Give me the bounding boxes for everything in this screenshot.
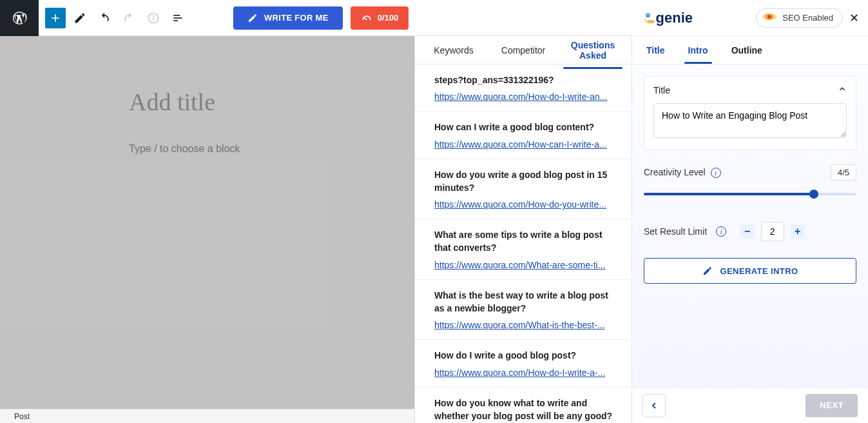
tab-questions-asked[interactable]: Questions Asked [558, 32, 628, 68]
svg-point-2 [153, 15, 154, 16]
genie-brand-text: genie [656, 10, 693, 26]
question-text: What is the best way to write a blog pos… [434, 289, 619, 315]
close-panel-button[interactable]: ✕ [849, 11, 859, 25]
question-link[interactable]: https://www.quora.com/How-can-I-write-a.… [434, 139, 619, 150]
write-for-me-label: WRITE FOR ME [264, 13, 329, 23]
generate-intro-button[interactable]: GENERATE INTRO [644, 258, 856, 284]
subtab-title[interactable]: Title [645, 37, 666, 63]
subtab-outline[interactable]: Outline [730, 37, 764, 63]
generate-intro-label: GENERATE INTRO [720, 266, 798, 276]
seo-enabled-pill[interactable]: SEO Enabled [756, 8, 843, 28]
question-link[interactable]: https://www.quora.com/How-do-I-write-a-.… [434, 368, 619, 378]
question-text: How do you know what to write and whethe… [434, 397, 619, 423]
back-button[interactable] [642, 394, 666, 417]
title-section-label: Title [653, 85, 670, 95]
svg-point-8 [646, 13, 650, 17]
svg-rect-5 [173, 20, 178, 21]
question-text: How do I write a good blog post? [434, 349, 619, 362]
info-button[interactable] [143, 8, 164, 28]
editor-dim-overlay [0, 36, 414, 423]
write-for-me-button[interactable]: WRITE FOR ME [233, 6, 343, 30]
question-item: How do you write a good blog post in 15 … [415, 159, 632, 220]
question-text: How do you write a good blog post in 15 … [434, 168, 619, 195]
question-item: How can I write a good blog content?http… [415, 112, 632, 159]
tab-keywords[interactable]: Keywords [419, 37, 488, 63]
question-link[interactable]: https://www.quora.com/How-do-you-write..… [434, 199, 619, 210]
redo-button[interactable] [119, 8, 139, 28]
question-item: How do you know what to write and whethe… [415, 388, 632, 423]
edit-mode-button[interactable] [70, 8, 90, 28]
question-text: steps?top_ans=331322196? [434, 74, 619, 86]
genie-logo: genie [641, 8, 693, 28]
question-link[interactable]: https://www.quora.com/How-do-I-write-an.… [434, 92, 619, 102]
svg-rect-4 [173, 17, 182, 19]
question-text: How can I write a good blog content? [434, 121, 619, 133]
result-limit-label: Set Result Limit [644, 226, 707, 237]
seo-score-button[interactable]: 0/100 [351, 6, 409, 30]
undo-button[interactable] [94, 8, 115, 28]
svg-point-9 [647, 14, 648, 15]
seo-enabled-label: SEO Enabled [782, 13, 833, 23]
info-icon[interactable]: i [711, 168, 721, 178]
tab-competitor[interactable]: Competitor [488, 37, 558, 63]
title-input[interactable] [653, 103, 847, 138]
svg-rect-3 [173, 15, 180, 16]
title-card-header[interactable]: Title [644, 77, 856, 103]
svg-point-10 [648, 14, 649, 15]
add-block-button[interactable] [45, 8, 66, 28]
svg-point-7 [646, 19, 655, 23]
svg-point-13 [768, 15, 771, 19]
creativity-label: Creativity Level [644, 167, 706, 177]
question-item: How do I write a good blog post?https://… [415, 340, 632, 387]
question-item: What is the best way to write a blog pos… [415, 280, 632, 340]
wordpress-logo[interactable] [0, 0, 39, 36]
outline-button[interactable] [168, 8, 188, 28]
creativity-slider[interactable] [644, 190, 856, 199]
question-link[interactable]: https://www.quora.com/What-are-some-ti..… [434, 260, 619, 270]
title-card: Title [644, 76, 856, 150]
question-item: steps?top_ans=331322196?https://www.quor… [415, 64, 632, 112]
chevron-up-icon [838, 84, 847, 95]
seo-score-value: 0/100 [378, 13, 399, 23]
question-item: What are some tips to write a blog post … [415, 219, 632, 280]
limit-input[interactable] [761, 222, 784, 241]
limit-decrement-button[interactable]: − [740, 224, 755, 239]
next-button[interactable]: NEXT [805, 394, 858, 417]
limit-increment-button[interactable]: + [791, 224, 805, 239]
questions-list[interactable]: steps?top_ans=331322196?https://www.quor… [415, 64, 632, 423]
info-icon[interactable]: i [716, 226, 726, 237]
subtab-intro[interactable]: Intro [687, 37, 709, 63]
svg-line-6 [365, 18, 367, 20]
question-text: What are some tips to write a blog post … [434, 228, 619, 255]
seo-enabled-icon [762, 12, 777, 24]
question-link[interactable]: https://www.quora.com/What-is-the-best-.… [434, 320, 619, 330]
breadcrumb[interactable]: Post [0, 409, 414, 423]
creativity-value: 4/5 [831, 164, 856, 181]
